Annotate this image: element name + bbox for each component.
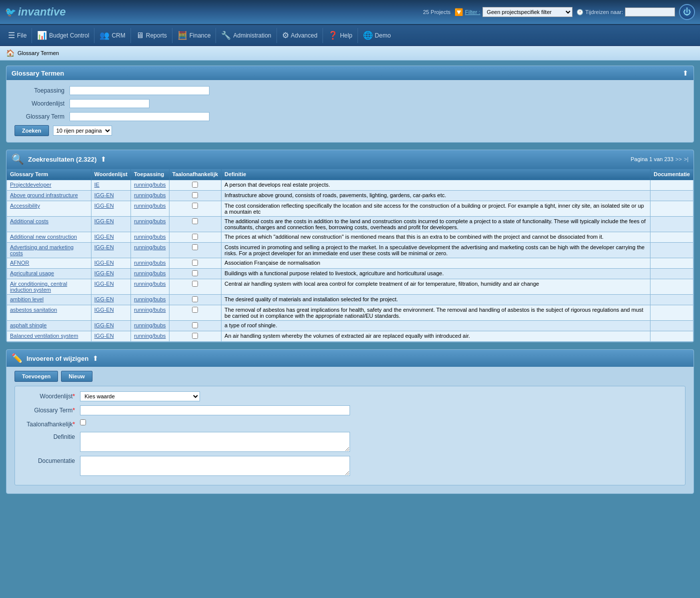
taalonafhankelijk-checkbox[interactable] — [192, 182, 198, 188]
col-glossary-term[interactable]: Glossary Term — [7, 169, 92, 180]
toepassing-link[interactable]: running/bubs — [134, 203, 166, 209]
nav-item-administration[interactable]: 🔧 Administration — [217, 29, 275, 42]
toepassing-input[interactable] — [70, 86, 210, 95]
taalonafhankelijk-checkbox[interactable] — [192, 234, 198, 240]
woordenlijst-link[interactable]: IGG-EN — [94, 203, 114, 209]
table-row: Above ground infrastructure IGG-EN runni… — [7, 191, 694, 201]
nav-item-reports[interactable]: 🖥 Reports — [132, 29, 171, 42]
taalonafhankelijk-checkbox[interactable] — [192, 260, 198, 266]
col-documentatie[interactable]: Documentatie — [650, 169, 694, 180]
woordenlijst-link[interactable]: IGG-EN — [94, 307, 114, 313]
taalonafhankelijk-checkbox[interactable] — [192, 218, 198, 224]
cell-toepassing: running/bubs — [130, 180, 169, 191]
glossary-term-input[interactable] — [70, 112, 210, 121]
last-page-button[interactable]: >| — [684, 156, 688, 162]
glossary-term-row: Glossary Term — [14, 112, 686, 121]
toepassing-link[interactable]: running/bubs — [134, 244, 166, 250]
toepassing-link[interactable]: running/bubs — [134, 234, 166, 240]
toepassing-label: Toepassing — [14, 87, 70, 94]
rows-per-page-select[interactable]: 10 rijen per pagina — [53, 126, 112, 136]
breadcrumb: 🏠 Glossary Termen — [0, 46, 700, 61]
taalonafhankelijk-checkbox[interactable] — [192, 307, 198, 313]
term-link[interactable]: Additional costs — [10, 218, 48, 224]
toepassing-link[interactable]: running/bubs — [134, 260, 166, 266]
edit-taalonafhankelijk-checkbox[interactable] — [80, 419, 86, 425]
nav-item-budget-control[interactable]: 📊 Budget Control — [33, 29, 93, 42]
term-link[interactable]: asphalt shingle — [10, 322, 46, 328]
next-page-button[interactable]: >> — [676, 156, 682, 162]
term-link[interactable]: AFNOR — [10, 260, 30, 266]
nav-item-crm[interactable]: 👥 CRM — [96, 29, 129, 42]
edit-documentatie-textarea[interactable] — [80, 456, 350, 476]
term-link[interactable]: ambition level — [10, 296, 44, 302]
term-link[interactable]: Agricultural usage — [10, 270, 54, 276]
home-icon[interactable]: 🏠 — [6, 49, 14, 57]
woordenlijst-link[interactable]: IGG-EN — [94, 260, 114, 266]
toepassing-link[interactable]: running/bubs — [134, 322, 166, 328]
toepassing-link[interactable]: running/bubs — [134, 182, 166, 188]
toepassing-link[interactable]: running/bubs — [134, 192, 166, 198]
term-link[interactable]: Balanced ventilation system — [10, 333, 78, 339]
col-definitie[interactable]: Definitie — [222, 169, 650, 180]
woordenlijst-link[interactable]: IGG-EN — [94, 281, 114, 287]
taalonafhankelijk-checkbox[interactable] — [192, 296, 198, 302]
toepassing-link[interactable]: running/bubs — [134, 296, 166, 302]
term-link[interactable]: Advertising and marketing costs — [10, 244, 74, 256]
term-link[interactable]: Accessibility — [10, 203, 40, 209]
cell-taalonafhankelijk — [169, 305, 222, 321]
nav-divider-5 — [216, 28, 216, 43]
woordenlijst-link[interactable]: IGG-EN — [94, 244, 114, 250]
filter-select[interactable]: Geen projectspecifiek filter — [482, 7, 572, 17]
new-button[interactable]: Nieuw — [61, 371, 92, 382]
edit-definitie-textarea[interactable] — [80, 432, 350, 452]
taalonafhankelijk-checkbox[interactable] — [192, 322, 198, 328]
add-button[interactable]: Toevoegen — [14, 371, 58, 382]
woordenlijst-link[interactable]: IGG-EN — [94, 322, 114, 328]
cell-term: Advertising and marketing costs — [7, 243, 92, 258]
cell-documentatie — [650, 232, 694, 243]
woordenlijst-link[interactable]: IGG-EN — [94, 218, 114, 224]
col-toepassing[interactable]: Toepassing — [130, 169, 169, 180]
cell-documentatie — [650, 243, 694, 258]
term-link[interactable]: Projectdeveloper — [10, 182, 52, 188]
results-collapse[interactable]: ⬆ — [100, 155, 106, 163]
edit-panel-collapse[interactable]: ⬆ — [92, 354, 98, 362]
toepassing-link[interactable]: running/bubs — [134, 307, 166, 313]
term-link[interactable]: Additional new construction — [10, 234, 77, 240]
woordenlijst-link[interactable]: IGG-EN — [94, 296, 114, 302]
edit-glossary-term-input[interactable] — [80, 405, 350, 415]
col-taalonafhankelijk[interactable]: Taalonafhankelijk — [169, 169, 222, 180]
woordenlijst-link[interactable]: IGG-EN — [94, 333, 114, 339]
woordenlijst-link[interactable]: IGG-EN — [94, 234, 114, 240]
nav-item-demo[interactable]: 🌐 Demo — [359, 29, 395, 42]
taalonafhankelijk-checkbox[interactable] — [192, 203, 198, 209]
power-button[interactable]: ⏻ — [679, 4, 695, 20]
toepassing-link[interactable]: running/bubs — [134, 281, 166, 287]
taalonafhankelijk-checkbox[interactable] — [192, 281, 198, 287]
nav-item-file[interactable]: ☰ File — [4, 29, 30, 42]
term-link[interactable]: Air conditioning, central induction syst… — [10, 281, 67, 293]
search-button[interactable]: Zoeken — [14, 125, 49, 136]
cell-term: asphalt shingle — [7, 321, 92, 331]
nav-item-advanced[interactable]: ⚙ Advanced — [278, 29, 322, 42]
tijdreizen-input[interactable] — [625, 8, 675, 17]
toepassing-link[interactable]: running/bubs — [134, 218, 166, 224]
woordenlijst-input[interactable] — [70, 99, 150, 108]
edit-woordenlijst-select[interactable]: Kies waarde — [80, 391, 200, 401]
term-link[interactable]: Above ground infrastructure — [10, 192, 78, 198]
toepassing-link[interactable]: running/bubs — [134, 333, 166, 339]
filter-label[interactable]: Filter : — [465, 9, 480, 15]
woordenlijst-link[interactable]: IGG-EN — [94, 270, 114, 276]
col-woordenlijst[interactable]: Woordenlijst — [91, 169, 130, 180]
taalonafhankelijk-checkbox[interactable] — [192, 270, 198, 276]
search-panel-collapse[interactable]: ⬆ — [682, 69, 688, 77]
nav-item-help[interactable]: ❓ Help — [324, 29, 356, 42]
taalonafhankelijk-checkbox[interactable] — [192, 192, 198, 198]
toepassing-link[interactable]: running/bubs — [134, 270, 166, 276]
term-link[interactable]: asbestos sanitation — [10, 307, 57, 313]
taalonafhankelijk-checkbox[interactable] — [192, 244, 198, 250]
woordenlijst-link[interactable]: IGG-EN — [94, 192, 114, 198]
nav-item-finance[interactable]: 🧮 Finance — [174, 29, 215, 42]
taalonafhankelijk-checkbox[interactable] — [192, 333, 198, 339]
woordenlijst-link[interactable]: IE — [94, 182, 100, 188]
